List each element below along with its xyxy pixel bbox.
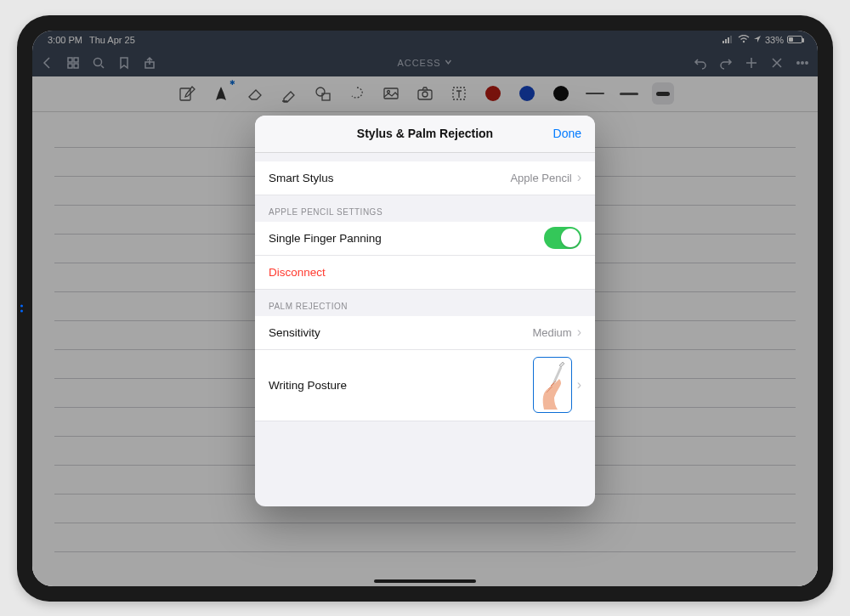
single-finger-panning-row: Single Finger Panning [255, 222, 595, 256]
disconnect-row[interactable]: Disconnect [255, 256, 595, 290]
chevron-right-icon: › [577, 170, 581, 185]
modal-header: Stylus & Palm Rejection Done [255, 116, 595, 153]
writing-posture-thumbnail [533, 357, 572, 413]
sensitivity-value: Medium [532, 326, 571, 339]
disconnect-label: Disconnect [269, 266, 581, 279]
chevron-right-icon: › [577, 325, 581, 340]
smart-stylus-label: Smart Stylus [269, 172, 510, 184]
modal-title: Stylus & Palm Rejection [357, 127, 493, 140]
ipad-device: 3:00 PM Thu Apr 25 33% [17, 15, 833, 602]
stylus-settings-modal: Stylus & Palm Rejection Done Smart Stylu… [255, 116, 595, 506]
apple-pencil-section-header: Apple Pencil Settings [255, 195, 595, 222]
chevron-right-icon: › [577, 377, 581, 393]
home-indicator[interactable] [374, 579, 476, 583]
single-finger-toggle[interactable] [544, 227, 581, 249]
single-finger-label: Single Finger Panning [269, 232, 544, 245]
side-indicator-dots [20, 304, 23, 312]
smart-stylus-value: Apple Pencil [510, 172, 571, 184]
screen: 3:00 PM Thu Apr 25 33% [32, 31, 818, 586]
writing-posture-label: Writing Posture [269, 379, 533, 392]
sensitivity-label: Sensitivity [269, 326, 532, 339]
smart-stylus-row[interactable]: Smart Stylus Apple Pencil › [255, 161, 595, 195]
palm-rejection-section-header: Palm Rejection [255, 290, 595, 316]
sensitivity-row[interactable]: Sensitivity Medium › [255, 316, 595, 350]
done-button[interactable]: Done [553, 127, 581, 140]
writing-posture-row[interactable]: Writing Posture › [255, 350, 595, 421]
